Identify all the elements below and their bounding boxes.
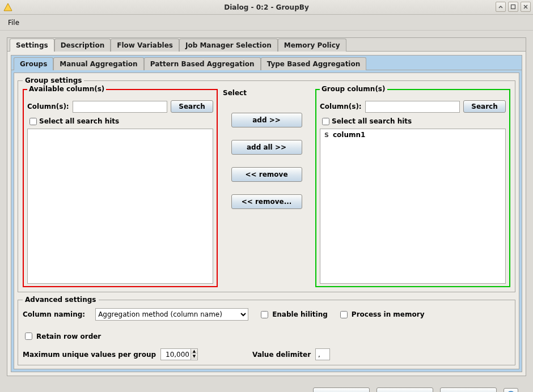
group-columns-label: Column(s):	[320, 103, 362, 110]
available-columns-panel: Available column(s) Column(s): Search Se…	[23, 89, 218, 287]
group-columns-list[interactable]: S column1	[320, 129, 506, 284]
retain-row-order-checkbox[interactable]	[25, 333, 32, 340]
max-unique-spinner[interactable]: ▲ ▼	[160, 348, 198, 360]
group-columns-panel: Group column(s) Column(s): Search Select	[315, 89, 510, 287]
group-settings-fieldset: Group settings Available column(s) Colum…	[18, 76, 515, 292]
tab-settings[interactable]: Settings	[10, 39, 54, 52]
remove-all-button[interactable]: << remove...	[231, 194, 302, 209]
value-delimiter-input[interactable]	[315, 348, 330, 360]
spinner-up[interactable]: ▲	[191, 349, 197, 354]
retain-row-order-label: Retain row order	[36, 333, 101, 340]
advanced-settings-fieldset: Advanced settings Column naming: Aggrega…	[18, 296, 515, 365]
cancel-button[interactable]: Cancel	[440, 387, 497, 392]
window-titlebar: Dialog - 0:2 - GroupBy	[0, 0, 533, 15]
value-delimiter-label: Value delimiter	[252, 351, 311, 359]
enable-hiliting-label: Enable hiliting	[272, 310, 328, 318]
available-search-button[interactable]: Search	[171, 100, 213, 113]
select-legend: Select	[221, 89, 312, 97]
apply-button[interactable]: Apply	[377, 387, 433, 392]
tab-job-manager-selection[interactable]: Job Manager Selection	[179, 39, 278, 52]
group-select-all-checkbox[interactable]	[322, 118, 329, 125]
group-select-all-label: Select all search hits	[332, 117, 412, 125]
window-maximize-button[interactable]	[508, 2, 518, 12]
group-search-button[interactable]: Search	[463, 100, 506, 113]
outer-tabset: Settings Description Flow Variables Job …	[7, 37, 526, 376]
process-in-memory-label: Process in memory	[352, 310, 425, 318]
group-columns-input[interactable]	[365, 101, 460, 113]
process-in-memory-checkbox[interactable]	[340, 311, 348, 318]
window-close-button[interactable]	[521, 2, 531, 12]
remove-button[interactable]: << remove	[231, 167, 302, 182]
string-type-icon: S	[323, 131, 331, 139]
app-icon	[3, 3, 12, 12]
enable-hiliting-checkbox[interactable]	[261, 311, 268, 318]
window-minimize-button[interactable]	[496, 2, 506, 12]
subtab-type-based-aggregation[interactable]: Type Based Aggregation	[261, 57, 367, 70]
svg-marker-0	[4, 3, 12, 11]
spinner-down[interactable]: ▼	[191, 354, 197, 359]
menubar: File	[0, 15, 533, 31]
column-naming-select[interactable]: Aggregation method (column name)	[95, 308, 248, 321]
tab-description[interactable]: Description	[54, 39, 111, 52]
available-select-all-label: Select all search hits	[39, 117, 119, 125]
outer-tabs: Settings Description Flow Variables Job …	[7, 38, 526, 52]
add-button[interactable]: add >>	[231, 113, 302, 127]
dialog-button-bar: OK Apply Cancel ?	[7, 376, 526, 392]
svg-rect-1	[511, 5, 515, 9]
advanced-settings-legend: Advanced settings	[23, 296, 99, 304]
list-item[interactable]: S column1	[322, 130, 504, 139]
subtab-groups[interactable]: Groups	[14, 57, 53, 70]
inner-tabs: Groups Manual Aggregation Pattern Based …	[11, 56, 522, 70]
inner-tabset: Groups Manual Aggregation Pattern Based …	[11, 55, 522, 372]
tab-memory-policy[interactable]: Memory Policy	[278, 39, 346, 52]
available-columns-list[interactable]	[27, 129, 213, 284]
subtab-manual-aggregation[interactable]: Manual Aggregation	[53, 57, 143, 70]
group-columns-legend: Group column(s)	[320, 85, 387, 93]
help-button[interactable]: ?	[504, 388, 518, 392]
max-unique-label: Maximum unique values per group	[23, 351, 156, 359]
subtab-pattern-based-aggregation[interactable]: Pattern Based Aggregation	[144, 57, 261, 70]
list-item-label: column1	[333, 131, 365, 139]
available-columns-legend: Available column(s)	[27, 85, 106, 93]
available-columns-label: Column(s):	[27, 103, 69, 110]
window-title: Dialog - 0:2 - GroupBy	[0, 3, 533, 11]
available-select-all-checkbox[interactable]	[29, 118, 37, 125]
column-naming-label: Column naming:	[23, 310, 85, 318]
ok-button[interactable]: OK	[313, 387, 370, 392]
group-settings-legend: Group settings	[23, 76, 84, 84]
select-panel: Select add >> add all >> << remove << re…	[221, 89, 312, 287]
tab-flow-variables[interactable]: Flow Variables	[111, 39, 179, 52]
available-columns-input[interactable]	[73, 101, 167, 113]
menu-file[interactable]: File	[5, 17, 23, 28]
add-all-button[interactable]: add all >>	[231, 140, 302, 155]
max-unique-input[interactable]	[161, 349, 191, 360]
